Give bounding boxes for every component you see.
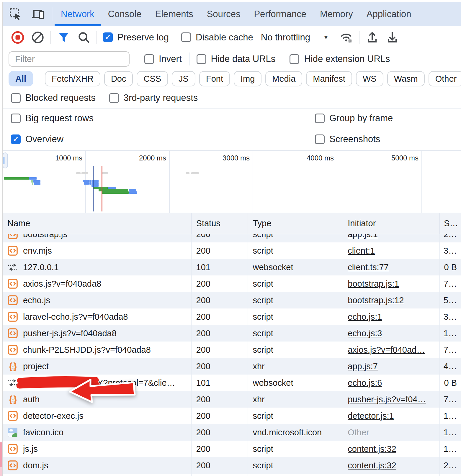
initiator-link[interactable]: axios.js?v=f040ad… [348,345,425,355]
size-cell: 1… [440,325,461,342]
status-cell: 200 [192,275,248,292]
pill-manifest[interactable]: Manifest [306,71,352,86]
overview-scroll-handle[interactable] [3,152,8,168]
group-by-frame-checkbox[interactable]: Group by frame [315,113,393,124]
request-filters-row: Blocked requests 3rd-party requests [3,88,461,109]
table-row[interactable]: chunk-P2LSHJDD.js?v=f040ada8200scriptaxi… [3,342,461,358]
pill-wasm[interactable]: Wasm [387,71,425,86]
initiator-link[interactable]: client.ts:77 [348,262,389,272]
xhr-icon: {;} [7,394,18,405]
timeline-gridline [337,151,337,213]
pill-doc[interactable]: Doc [104,71,133,86]
tab-performance[interactable]: Performance [247,2,313,26]
initiator-link[interactable]: echo.js:1 [348,312,382,322]
blocked-requests-checkbox[interactable]: Blocked requests [11,93,96,103]
checkbox-unchecked-icon [11,93,21,103]
record-icon[interactable] [11,31,24,44]
size-cell: 1… [440,408,461,424]
clear-icon[interactable] [31,31,45,44]
waterfall-bar-blue [83,180,89,182]
overview-timeline[interactable]: 1000 ms2000 ms3000 ms4000 ms5000 ms [3,150,461,213]
table-row[interactable]: {;}project200xhrapp.js:74… [3,358,461,375]
throttling-dropdown[interactable]: No throttling ▼ [261,32,329,43]
table-row[interactable]: favicon.ico200vnd.microsoft.iconOther1… [3,424,461,441]
network-conditions-icon[interactable] [339,31,353,44]
initiator-link[interactable]: bootstrap.js:12 [348,296,404,305]
type-cell: script [248,242,343,259]
disable-cache-checkbox[interactable]: Disable cache [181,32,253,43]
resource-type-filter-row: AllFetch/XHRDocCSSJSFontImgMediaManifest… [3,70,461,88]
initiator-link[interactable]: echo.js:3 [348,329,382,338]
hide-extension-urls-checkbox[interactable]: Hide extension URLs [290,54,390,64]
pill-css[interactable]: CSS [137,71,168,86]
tab-elements[interactable]: Elements [148,2,200,26]
filter-input[interactable] [9,51,130,67]
inspect-cursor-icon[interactable] [9,8,22,21]
big-request-rows-checkbox[interactable]: Big request rows [11,113,94,124]
pill-fetch-xhr[interactable]: Fetch/XHR [45,71,100,86]
preserve-log-checkbox[interactable]: Preserve log [103,32,169,43]
pill-all[interactable]: All [9,71,33,86]
tab-network[interactable]: Network [54,2,101,26]
third-party-requests-checkbox[interactable]: 3rd-party requests [109,93,198,103]
table-row[interactable]: axios.js?v=f040ada8200scriptbootstrap.js… [3,275,461,292]
waterfall-bar-blue [33,180,40,183]
initiator-link[interactable]: detector.js:1 [348,411,394,421]
tab-memory[interactable]: Memory [313,2,360,26]
waterfall-pending-dash [76,172,81,174]
request-name: env.mjs [23,246,52,256]
red-arrow-annotation [68,377,136,405]
initiator-link[interactable]: bootstrap.js:1 [348,279,399,289]
pill-font[interactable]: Font [199,71,230,86]
invert-checkbox[interactable]: Invert [144,54,182,64]
column-header-s[interactable]: S… [440,213,461,234]
hide-data-urls-checkbox[interactable]: Hide data URLs [197,54,276,64]
overview-label: Overview [25,134,63,145]
table-row[interactable]: js.js200scriptcontent.js:321… [3,474,461,476]
pill-img[interactable]: Img [234,71,261,86]
pill-other[interactable]: Other [429,71,461,86]
request-name: dom.js [23,461,48,470]
column-header-type[interactable]: Type [248,213,343,234]
table-row[interactable]: echo.js200scriptbootstrap.js:125… [3,292,461,308]
status-cell: 200 [192,457,248,474]
initiator-link[interactable]: pusher-js.js?v=f04… [348,395,426,404]
initiator-link[interactable]: content.js:32 [348,444,396,454]
table-row[interactable]: dom.js200scriptcontent.js:322… [3,457,461,474]
tab-console[interactable]: Console [101,2,148,26]
import-har-icon[interactable] [365,31,379,44]
export-har-icon[interactable] [385,31,399,44]
status-cell: 200 [192,408,248,424]
waterfall-bar-green [102,191,129,194]
search-icon[interactable] [77,31,91,44]
screenshots-checkbox[interactable]: Screenshots [315,134,380,145]
pill-ws[interactable]: WS [356,71,383,86]
size-cell: 3… [440,242,461,259]
column-header-status[interactable]: Status [192,213,248,234]
checkbox-unchecked-icon [315,114,325,123]
initiator-link[interactable]: echo.js:6 [348,378,382,388]
table-row[interactable]: laravel-echo.js?v=f040ada8200scriptecho.… [3,308,461,325]
initiator-link[interactable]: client:1 [348,246,375,256]
filter-funnel-icon[interactable] [57,31,71,44]
pill-js[interactable]: JS [172,71,195,86]
overview-checkbox[interactable]: Overview [11,134,63,145]
image-icon [7,427,18,438]
table-row[interactable]: pusher-js.js?v=f040ada8200scriptecho.js:… [3,325,461,342]
request-name: detector-exec.js [23,411,84,421]
device-toolbar-icon[interactable] [32,8,45,21]
column-header-initiator[interactable]: Initiator [343,213,440,234]
table-row[interactable]: env.mjs200scriptclient:13… [3,242,461,259]
tab-application[interactable]: Application [360,2,418,26]
tab-sources[interactable]: Sources [200,2,247,26]
table-row[interactable]: 127.0.0.1101websocketclient.ts:770 B [3,259,461,275]
pill-media[interactable]: Media [265,71,302,86]
initiator-link[interactable]: app.js:7 [348,362,378,371]
table-row[interactable]: js.js200scriptcontent.js:321… [3,441,461,457]
column-header-name[interactable]: Name [3,213,192,234]
initiator-link[interactable]: content.js:32 [348,461,396,470]
type-cell: script [248,292,343,308]
devtools-tabbar: NetworkConsoleElementsSourcesPerformance… [3,2,461,26]
status-cell: 200 [192,358,248,375]
table-row[interactable]: detector-exec.js200scriptdetector.js:11… [3,408,461,424]
